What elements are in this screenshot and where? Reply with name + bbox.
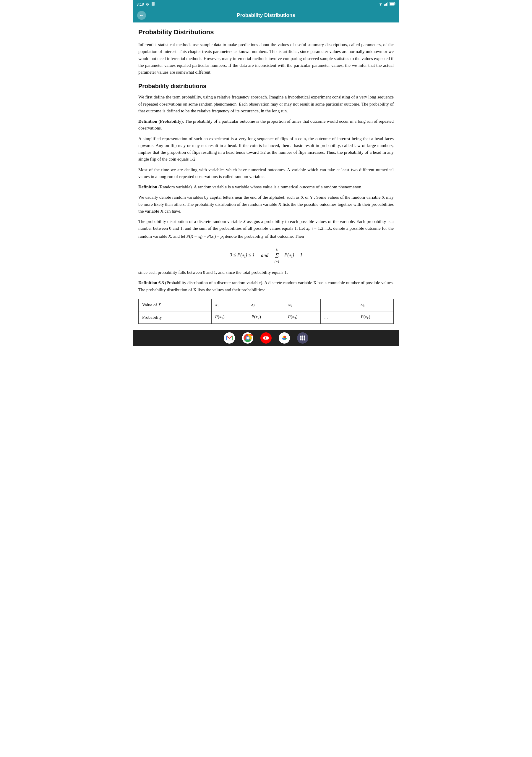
- definition-2: Definition (Random variable). A random v…: [138, 184, 394, 191]
- table-row-header: Value of X x1 x2 x3 ... xk: [139, 299, 394, 311]
- svg-rect-2: [153, 3, 154, 3]
- svg-point-26: [300, 339, 302, 340]
- formula-and: and: [259, 253, 270, 258]
- formula-left: 0 ≤ P(xi) ≤ 1: [229, 252, 255, 259]
- formula-sigma: k Σ i=1: [274, 247, 279, 264]
- sigma-bottom: i=1: [274, 259, 279, 264]
- youtube-icon[interactable]: [260, 332, 272, 344]
- nav-title: Probability Distributions: [151, 13, 381, 18]
- definition-3: Definition 6.3 (Probability distribution…: [138, 280, 394, 293]
- paragraph-1: We first define the term probability, us…: [138, 94, 394, 114]
- table-cell-xk: xk: [357, 299, 393, 311]
- back-button[interactable]: ←: [137, 11, 146, 20]
- status-right: [378, 2, 396, 7]
- section1-title: Probability distributions: [138, 83, 394, 90]
- formula-block: 0 ≤ P(xi) ≤ 1 and k Σ i=1 P(xi) = 1: [138, 247, 394, 264]
- definition-1: Definition (Probability). The probabilit…: [138, 118, 394, 132]
- status-left: 3:19 ⚙: [136, 2, 155, 7]
- formula-inner: 0 ≤ P(xi) ≤ 1 and k Σ i=1 P(xi) = 1: [229, 247, 302, 264]
- svg-point-22: [304, 335, 305, 337]
- svg-rect-6: [386, 3, 387, 6]
- svg-point-16: [247, 337, 249, 339]
- signal-icon: [384, 2, 388, 7]
- table-cell-label-2: Probability: [139, 311, 212, 323]
- paragraph-2: A simplified representation of such an e…: [138, 136, 394, 163]
- def1-label: Definition: [138, 119, 157, 124]
- sim-icon: [151, 2, 155, 7]
- time-display: 3:19: [136, 2, 144, 7]
- svg-point-24: [302, 337, 304, 339]
- svg-point-28: [304, 339, 305, 340]
- table-cell-x3: x3: [284, 299, 321, 311]
- svg-rect-9: [395, 3, 396, 4]
- bottom-bar: [133, 330, 399, 346]
- paragraph-3: Most of the time we are dealing with var…: [138, 167, 394, 180]
- table-cell-x2: x2: [248, 299, 284, 311]
- table-cell-label-1: Value of X: [139, 299, 212, 311]
- main-content: Probability Distributions Inferential st…: [133, 22, 399, 330]
- svg-point-20: [300, 335, 302, 337]
- def2-sub: (Random variable).: [159, 185, 193, 189]
- table-cell-ellipsis-1: ...: [321, 299, 357, 311]
- sigma-symbol: Σ: [275, 252, 279, 259]
- settings-icon: ⚙: [146, 2, 149, 7]
- paragraph-4: We usually denote random variables by ca…: [138, 194, 394, 215]
- probability-table: Value of X x1 x2 x3 ... xk Probability P…: [138, 299, 394, 324]
- wifi-icon: [378, 2, 383, 7]
- gmail-icon[interactable]: [224, 332, 235, 344]
- def1-sub: (Probability).: [159, 119, 184, 124]
- svg-point-27: [302, 339, 304, 340]
- svg-rect-5: [385, 4, 386, 6]
- paragraph-5: The probability distribution of a discre…: [138, 218, 394, 241]
- apps-icon[interactable]: [297, 332, 308, 344]
- photos-icon[interactable]: [279, 332, 290, 344]
- page-title: Probability Distributions: [138, 28, 394, 36]
- svg-rect-10: [390, 3, 394, 5]
- svg-rect-4: [384, 4, 385, 6]
- status-bar: 3:19 ⚙: [133, 0, 399, 8]
- table-cell-pxk: P(xk): [357, 311, 393, 323]
- table-cell-px3: P(x3): [284, 311, 321, 323]
- svg-point-25: [304, 337, 305, 339]
- svg-rect-1: [152, 3, 153, 3]
- paragraph-6: since each probability falls between 0 a…: [138, 269, 394, 276]
- def3-text: (Probability distribution of a discrete …: [138, 280, 394, 292]
- back-arrow-icon: ←: [139, 13, 144, 19]
- def2-text: A random variable is a variable whose va…: [193, 185, 362, 189]
- table-cell-x1: x1: [211, 299, 248, 311]
- table-row-prob: Probability P(x1) P(x2) P(x3) ... P(xk): [139, 311, 394, 323]
- def2-label: Definition: [138, 185, 157, 189]
- def3-label: Definition 6.3: [138, 280, 164, 285]
- svg-point-3: [380, 5, 381, 6]
- intro-paragraph: Inferential statistical methods use samp…: [138, 42, 394, 76]
- svg-point-23: [300, 337, 302, 339]
- battery-icon: [390, 2, 396, 7]
- table-cell-px2: P(x2): [248, 311, 284, 323]
- chrome-icon[interactable]: [242, 332, 253, 344]
- svg-rect-7: [388, 2, 388, 6]
- table-cell-px1: P(x1): [211, 311, 248, 323]
- nav-bar: ← Probability Distributions: [133, 8, 399, 22]
- formula-right: P(xi) = 1: [284, 252, 303, 259]
- table-cell-ellipsis-2: ...: [321, 311, 357, 323]
- svg-point-21: [302, 335, 304, 337]
- svg-rect-0: [152, 2, 155, 6]
- sigma-top: k: [276, 247, 278, 252]
